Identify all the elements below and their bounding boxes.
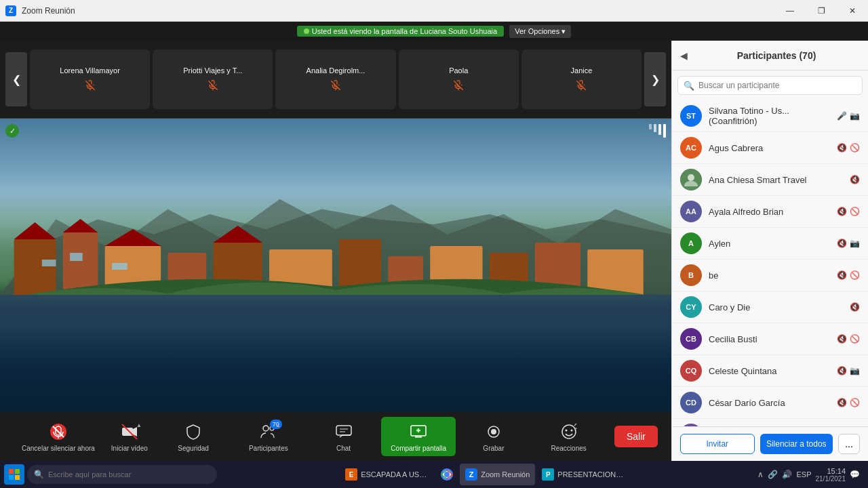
participant-icons: 🎤 📷 bbox=[837, 111, 860, 121]
taskbar-item-zoom[interactable]: Z Zoom Reunión bbox=[460, 464, 535, 485]
chrome-icon bbox=[441, 468, 453, 481]
list-item: CB Cecilia Busti 🔇 🚫 bbox=[672, 323, 868, 355]
app-icon: Z bbox=[5, 5, 16, 16]
minimize-button[interactable]: — bbox=[774, 0, 806, 22]
list-item: Ana Chiesa Smart Travel 🔇 bbox=[672, 164, 868, 196]
participant-icons: 🔇 📷 bbox=[837, 366, 860, 375]
video-background bbox=[0, 119, 671, 412]
taskbar-item-escapada[interactable]: E ESCAPADA A USHU... bbox=[340, 464, 434, 485]
tile-name-2: Analia Degirolm... bbox=[307, 66, 366, 75]
start-button[interactable] bbox=[4, 464, 24, 485]
svg-point-52 bbox=[688, 174, 694, 181]
participant-name: Agus Cabrera bbox=[709, 143, 830, 153]
list-item: CY Caro y Die 🔇 bbox=[672, 291, 868, 323]
clock-time: 15:14 bbox=[816, 467, 846, 475]
list-item: AC Agus Cabrera 🔇 🚫 bbox=[672, 132, 868, 164]
taskbar-item-chrome[interactable] bbox=[435, 464, 458, 485]
taskbar-search-icon: 🔍 bbox=[34, 470, 44, 479]
video-quality-indicator bbox=[649, 124, 666, 138]
collapse-sidebar-button[interactable]: ◀ bbox=[680, 50, 688, 61]
tray-expand-icon[interactable]: ∧ bbox=[757, 470, 764, 479]
mute-all-button[interactable]: Silenciar a todos bbox=[760, 434, 833, 454]
svg-point-59 bbox=[444, 472, 450, 477]
cam-icon: 📷 bbox=[850, 366, 860, 375]
svg-rect-44 bbox=[415, 436, 422, 438]
avatar: CY bbox=[680, 296, 702, 318]
record-button[interactable]: Grabar bbox=[475, 417, 513, 456]
record-icon bbox=[483, 421, 505, 443]
invite-button[interactable]: Invitar bbox=[680, 434, 755, 454]
audio-controls: Cancelar silenciar ahora ▲ Iniciar vídeo bbox=[14, 417, 156, 456]
sidebar-footer: Invitar Silenciar a todos ... bbox=[672, 426, 868, 461]
cancel-mute-icon bbox=[47, 421, 69, 443]
list-item: B be 🔇 🚫 bbox=[672, 260, 868, 291]
avatar: CQ bbox=[680, 360, 702, 382]
share-screen-group: Compartir pantalla bbox=[381, 417, 456, 456]
clock: 15:14 21/1/2021 bbox=[816, 467, 846, 483]
avatar: A bbox=[680, 232, 702, 254]
list-item: CB Cinthia Bistolfi 🔇 🚫 bbox=[672, 419, 868, 426]
notification-pill: Usted está viendo la pantalla de Luciana… bbox=[297, 26, 504, 37]
title-bar: Z Zoom Reunión — ❐ ✕ bbox=[0, 0, 868, 22]
participant-tile-lorena: Lorena Villamayor bbox=[30, 49, 150, 109]
mic-muted-icon: 🔇 bbox=[850, 302, 860, 312]
taskbar-search-box[interactable]: 🔍 bbox=[27, 465, 217, 484]
clock-date: 21/1/2021 bbox=[816, 475, 846, 483]
network-icon: 🔗 bbox=[768, 470, 778, 479]
taskbar-search-input[interactable] bbox=[48, 470, 210, 479]
avatar bbox=[680, 169, 702, 190]
mic-muted-icon: 🔇 bbox=[837, 270, 847, 280]
escapada-icon: E bbox=[345, 468, 357, 481]
close-button[interactable]: ✕ bbox=[837, 0, 868, 22]
trees-svg bbox=[0, 246, 671, 300]
mic-muted-icon: 🔇 bbox=[837, 334, 847, 344]
ver-opciones-arrow: ▾ bbox=[561, 27, 566, 36]
cancel-mute-button[interactable]: Cancelar silenciar ahora bbox=[14, 417, 103, 456]
search-icon: 🔍 bbox=[684, 81, 694, 91]
notification-icon[interactable]: 💬 bbox=[850, 470, 860, 479]
taskbar-item-presentacion[interactable]: P PRESENTACION US... bbox=[536, 464, 631, 485]
strip-next-button[interactable]: ❯ bbox=[644, 52, 666, 106]
chat-group: Chat bbox=[306, 417, 381, 456]
start-video-button[interactable]: ▲ Iniciar vídeo bbox=[103, 417, 156, 456]
share-screen-button[interactable]: Compartir pantalla bbox=[381, 417, 456, 456]
chat-button[interactable]: Chat bbox=[325, 417, 363, 456]
mic-muted-icon: 🔇 bbox=[850, 175, 860, 184]
svg-point-49 bbox=[565, 430, 567, 432]
exit-button[interactable]: Salir bbox=[614, 426, 658, 447]
volume-icon: 🔊 bbox=[782, 470, 792, 479]
escapada-label: ESCAPADA A USHU... bbox=[361, 470, 429, 479]
participant-icons: 🔇 📷 bbox=[837, 239, 860, 248]
ver-opciones-button[interactable]: Ver Opciones ▾ bbox=[509, 25, 571, 38]
svg-marker-17 bbox=[105, 229, 161, 246]
zoom-label: Zoom Reunión bbox=[481, 470, 530, 479]
reactions-button[interactable]: Reacciones bbox=[543, 417, 595, 456]
svg-rect-53 bbox=[9, 469, 14, 474]
taskbar-tray: ∧ 🔗 🔊 ESP 15:14 21/1/2021 💬 bbox=[753, 467, 864, 483]
reactions-label: Reacciones bbox=[551, 445, 587, 452]
strip-prev-button[interactable]: ❮ bbox=[5, 52, 27, 106]
main-video bbox=[0, 119, 671, 412]
restore-button[interactable]: ❐ bbox=[806, 0, 837, 22]
video-icon: ▲ bbox=[119, 421, 140, 443]
window-title: Zoom Reunión bbox=[22, 6, 75, 16]
mute-icon-4 bbox=[574, 79, 588, 92]
ver-opciones-label: Ver Opciones bbox=[515, 27, 559, 35]
reactions-group: Reacciones bbox=[531, 417, 606, 456]
svg-rect-55 bbox=[9, 475, 14, 480]
main-content: ❮ Lorena Villamayor Priotti Viajes y T..… bbox=[0, 41, 868, 461]
list-item: ST Silvana Totino - Us... (Coanfitrión) … bbox=[672, 100, 868, 132]
participants-group: 70 ▲ Participantes bbox=[231, 417, 306, 456]
cam-off-icon: 🚫 bbox=[850, 398, 860, 407]
tile-name-4: Janice bbox=[571, 66, 593, 75]
record-label: Grabar bbox=[483, 445, 504, 452]
sidebar-title: Participantes (70) bbox=[693, 50, 860, 61]
participants-button[interactable]: 70 ▲ Participantes bbox=[241, 417, 296, 456]
more-options-button[interactable]: ... bbox=[838, 434, 860, 454]
security-button[interactable]: Seguridad bbox=[170, 417, 217, 456]
search-input[interactable] bbox=[698, 77, 856, 94]
water-reflection bbox=[0, 295, 671, 412]
share-screen-label: Compartir pantalla bbox=[391, 445, 446, 452]
participant-icons: 🔇 🚫 bbox=[837, 207, 860, 216]
cam-off-icon: 🚫 bbox=[850, 143, 860, 152]
